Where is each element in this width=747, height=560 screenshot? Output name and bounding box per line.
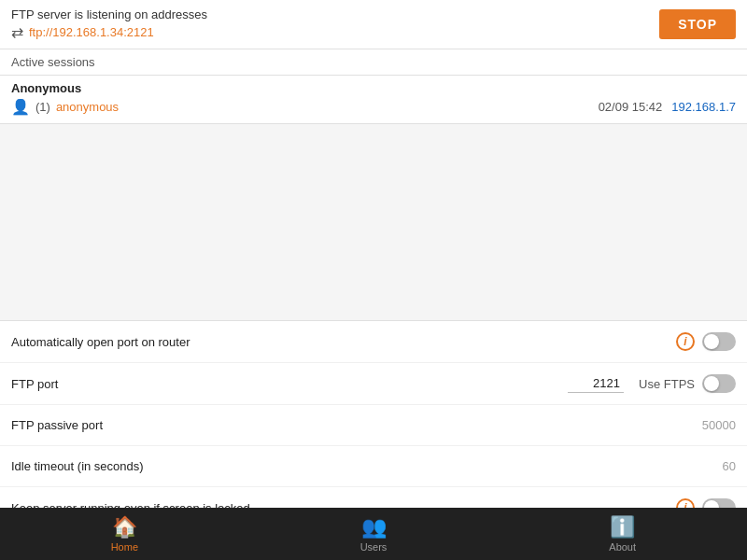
session-left: 👤 (1) anonymous (11, 98, 119, 116)
person-icon: 👤 (11, 98, 30, 116)
toggle-ftps[interactable] (702, 374, 736, 393)
idle-timeout-value: 60 (723, 459, 736, 473)
setting-row-open-port: Automatically open port on router i (0, 321, 747, 363)
setting-right-ftp-port: Use FTPS (568, 374, 736, 393)
content-area (0, 124, 747, 320)
nav-label-home: Home (111, 541, 138, 553)
nav-label-users: Users (360, 541, 388, 553)
info-icon-open-port[interactable]: i (676, 332, 695, 351)
setting-row-passive-port: FTP passive port 50000 (0, 405, 747, 446)
session-right: 02/09 15:42 192.168.1.7 (599, 100, 736, 114)
nav-item-home[interactable]: 🏠 Home (0, 515, 249, 553)
setting-row-ftp-port: FTP port Use FTPS (0, 363, 747, 405)
setting-label-idle-timeout: Idle timeout (in seconds) (11, 459, 723, 473)
setting-label-ftp-port: FTP port (11, 377, 568, 391)
users-icon: 👥 (361, 515, 387, 539)
toggle-knob-ftps (704, 376, 719, 391)
setting-label-passive-port: FTP passive port (11, 418, 702, 432)
bottom-nav: 🏠 Home 👥 Users ℹ️ About (0, 508, 747, 560)
session-row: 👤 (1) anonymous 02/09 15:42 192.168.1.7 (11, 98, 736, 116)
toggle-open-port[interactable] (702, 332, 736, 351)
nav-label-about: About (609, 541, 636, 553)
active-sessions-label: Active sessions (11, 55, 95, 69)
nav-item-about[interactable]: ℹ️ About (498, 515, 747, 553)
header: FTP server is listening on addresses ⇄ f… (0, 0, 747, 49)
active-sessions-header: Active sessions (0, 49, 747, 76)
session-count: (1) (35, 100, 50, 114)
ftps-label: Use FTPS (639, 377, 695, 391)
ftp-address-row: ⇄ ftp://192.168.1.34:2121 (11, 23, 207, 41)
passive-port-value: 50000 (702, 418, 736, 432)
session-block: Anonymous 👤 (1) anonymous 02/09 15:42 19… (0, 76, 747, 124)
session-timestamp: 02/09 15:42 (599, 100, 663, 114)
nav-item-users[interactable]: 👥 Users (249, 515, 499, 553)
ftp-link[interactable]: ftp://192.168.1.34:2121 (29, 25, 154, 39)
ftp-port-input[interactable] (568, 374, 624, 393)
session-username: Anonymous (11, 81, 736, 95)
setting-right-idle-timeout: 60 (723, 459, 736, 473)
server-status-text: FTP server is listening on addresses (11, 7, 207, 21)
setting-row-idle-timeout: Idle timeout (in seconds) 60 (0, 446, 747, 487)
about-icon: ℹ️ (610, 515, 635, 539)
header-left: FTP server is listening on addresses ⇄ f… (11, 7, 207, 41)
stop-button[interactable]: STOP (659, 9, 736, 39)
session-ip: 192.168.1.7 (671, 100, 736, 114)
session-user-link[interactable]: anonymous (56, 100, 119, 114)
ftp-arrow-icon: ⇄ (11, 23, 23, 41)
setting-right-open-port: i (676, 332, 736, 351)
setting-right-passive-port: 50000 (702, 418, 736, 432)
toggle-knob-open-port (704, 334, 719, 349)
setting-label-open-port: Automatically open port on router (11, 335, 676, 349)
home-icon: 🏠 (112, 515, 137, 539)
